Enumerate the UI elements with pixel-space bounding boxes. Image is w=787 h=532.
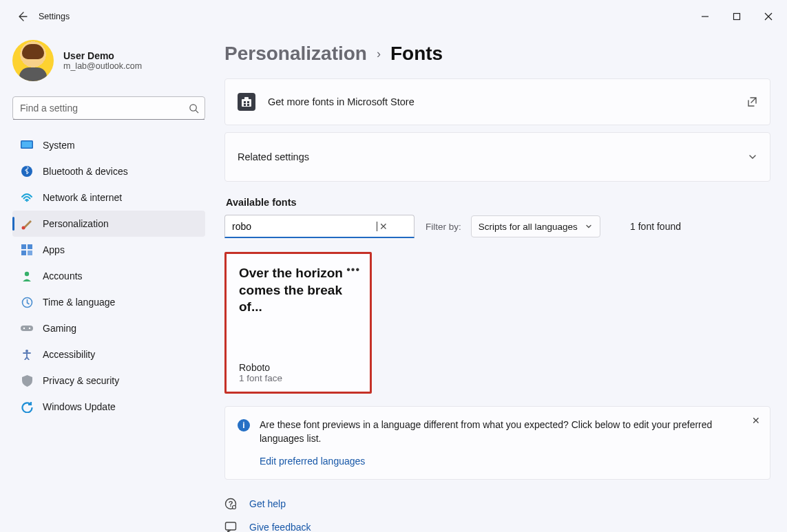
filter-selected: Scripts for all languages <box>479 222 578 232</box>
clock-globe-icon <box>21 296 33 308</box>
svg-rect-9 <box>21 244 26 249</box>
nav-item-bluetooth[interactable]: Bluetooth & devices <box>12 158 205 184</box>
svg-rect-23 <box>244 104 246 106</box>
font-search[interactable]: ✕ <box>224 215 415 238</box>
profile-name: User Demo <box>63 50 142 61</box>
info-message: Are these font previews in a language di… <box>260 418 714 446</box>
ms-store-icon <box>238 93 255 111</box>
nav-label: Apps <box>43 244 65 255</box>
filter-label: Filter by: <box>426 222 461 232</box>
store-card[interactable]: Get more fonts in Microsoft Store <box>224 78 770 125</box>
nav-item-apps[interactable]: Apps <box>12 237 205 263</box>
svg-line-3 <box>196 110 198 113</box>
open-external-icon <box>746 96 757 107</box>
nav-item-accounts[interactable]: Accounts <box>12 263 205 289</box>
give-feedback-link[interactable]: Give feedback <box>224 521 770 532</box>
font-card-roboto[interactable]: ••• Over the horizon comes the break of.… <box>224 252 372 394</box>
bluetooth-icon <box>21 165 33 178</box>
related-settings-label: Related settings <box>238 151 735 162</box>
svg-point-18 <box>25 350 28 352</box>
svg-point-27 <box>233 505 236 509</box>
svg-point-7 <box>26 200 28 202</box>
related-settings-card[interactable]: Related settings <box>224 132 770 182</box>
help-icon: ? <box>224 498 237 510</box>
nav-item-gaming[interactable]: Gaming <box>12 315 205 341</box>
wifi-icon <box>21 191 33 204</box>
profile-block[interactable]: User Demo m_lab@outlook.com <box>12 40 205 81</box>
close-icon <box>764 12 773 21</box>
give-feedback-label: Give feedback <box>249 522 311 532</box>
info-close-button[interactable]: ✕ <box>752 415 760 426</box>
nav-label: Windows Update <box>43 401 116 412</box>
breadcrumb-current: Fonts <box>390 43 443 65</box>
chevron-down-icon <box>748 152 757 162</box>
back-button[interactable] <box>11 6 33 28</box>
fonts-found-count: 1 font found <box>630 221 681 232</box>
nav-label: Time & language <box>43 297 115 308</box>
svg-rect-24 <box>247 104 249 106</box>
font-search-input[interactable] <box>232 221 377 232</box>
nav-label: Accessibility <box>43 349 95 360</box>
title-bar: Settings <box>0 0 787 33</box>
info-icon: i <box>238 419 250 432</box>
svg-point-16 <box>23 328 25 329</box>
svg-rect-5 <box>22 142 32 148</box>
filter-row: ✕ Filter by: Scripts for all languages 1… <box>224 215 770 238</box>
back-arrow-icon <box>17 11 28 22</box>
svg-rect-22 <box>247 101 249 103</box>
main-content: Personalization › Fonts Get more fonts i… <box>213 33 787 532</box>
nav-item-accessibility[interactable]: Accessibility <box>12 341 205 368</box>
nav-item-time-language[interactable]: Time & language <box>12 289 205 315</box>
paintbrush-icon <box>21 217 33 230</box>
get-help-label: Get help <box>249 498 286 509</box>
apps-icon <box>21 244 33 256</box>
nav-label: Privacy & security <box>43 375 119 386</box>
system-icon <box>21 139 33 151</box>
get-help-link[interactable]: ? Get help <box>224 498 770 510</box>
font-card-more-button[interactable]: ••• <box>346 264 360 276</box>
clear-search-button[interactable]: ✕ <box>377 221 390 232</box>
edit-languages-link[interactable]: Edit preferred languages <box>260 456 714 467</box>
nav-label: Bluetooth & devices <box>43 166 128 177</box>
svg-rect-11 <box>21 251 26 255</box>
search-icon <box>189 103 199 114</box>
chevron-right-icon: › <box>377 47 381 61</box>
nav-label: System <box>43 140 75 151</box>
svg-point-13 <box>25 272 29 276</box>
maximize-icon <box>733 12 741 21</box>
chevron-down-icon <box>585 222 593 231</box>
settings-search[interactable] <box>12 96 205 120</box>
svg-rect-28 <box>226 522 236 530</box>
nav-item-windows-update[interactable]: Windows Update <box>12 394 205 420</box>
nav-label: Personalization <box>43 218 109 229</box>
svg-rect-10 <box>28 244 32 249</box>
nav-item-privacy[interactable]: Privacy & security <box>12 368 205 394</box>
nav-label: Network & internet <box>43 192 122 203</box>
breadcrumb-parent[interactable]: Personalization <box>224 43 367 65</box>
font-name: Roboto <box>239 362 359 373</box>
store-label: Get more fonts in Microsoft Store <box>268 96 734 107</box>
accessibility-icon <box>21 348 33 361</box>
minimize-button[interactable] <box>689 6 721 28</box>
feedback-icon <box>224 521 237 532</box>
svg-rect-20 <box>244 97 249 100</box>
settings-search-input[interactable] <box>20 103 189 114</box>
svg-point-2 <box>190 104 196 110</box>
svg-rect-12 <box>28 251 32 255</box>
nav-label: Gaming <box>43 323 76 334</box>
window-title: Settings <box>39 12 70 21</box>
filter-dropdown[interactable]: Scripts for all languages <box>471 215 600 237</box>
svg-rect-15 <box>21 326 33 331</box>
nav-item-personalization[interactable]: Personalization <box>12 211 205 237</box>
svg-rect-19 <box>242 99 251 107</box>
maximize-button[interactable] <box>721 6 753 28</box>
font-preview-text: Over the horizon comes the break of... <box>239 265 359 316</box>
close-button[interactable] <box>753 6 784 28</box>
info-bar: i Are these font previews in a language … <box>224 406 770 480</box>
nav-item-network[interactable]: Network & internet <box>12 184 205 211</box>
nav-item-system[interactable]: System <box>12 132 205 158</box>
svg-point-8 <box>22 226 25 230</box>
breadcrumb: Personalization › Fonts <box>224 43 770 65</box>
nav-label: Accounts <box>43 270 83 281</box>
update-icon <box>21 401 33 413</box>
